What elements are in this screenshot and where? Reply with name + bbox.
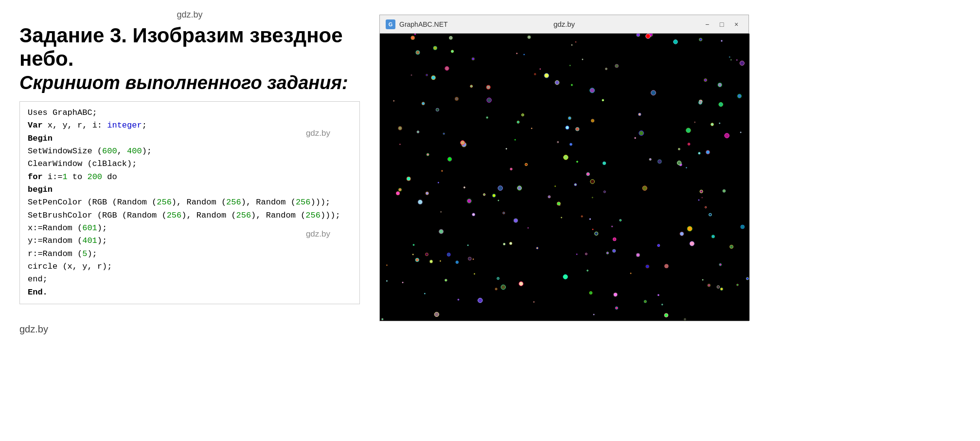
close-button[interactable]: ×	[730, 18, 743, 30]
window-title: gdz.by	[553, 20, 575, 28]
window-controls: − □ ×	[701, 18, 743, 30]
right-panel: GraphABC.NET gdz.by − □ ×	[379, 15, 961, 335]
code-line: for i:=1 to 200 do	[28, 171, 352, 184]
left-panel: gdz.by Задание 3. Изобразим звездное неб…	[19, 10, 360, 335]
starfield-canvas	[380, 34, 749, 321]
window-frame: GraphABC.NET gdz.by − □ ×	[379, 15, 749, 321]
code-line: end;	[28, 273, 352, 286]
code-line: ClearWindow (clBlack);	[28, 158, 352, 170]
app-name: GraphABC.NET	[399, 20, 448, 28]
code-line: Var x, y, r, i: integer;	[28, 119, 352, 132]
code-line: Uses GraphABC;	[28, 107, 352, 119]
app-icon	[386, 19, 395, 29]
window-titlebar: GraphABC.NET gdz.by − □ ×	[380, 15, 748, 34]
code-watermark-2: gdz.by	[306, 228, 330, 240]
code-line: End.	[28, 286, 352, 299]
code-watermark-1: gdz.by	[306, 127, 330, 140]
code-line: x:=Random (601);	[28, 222, 352, 235]
code-line: SetWindowSize (600, 400);	[28, 145, 352, 158]
code-block: Uses GraphABC;Var x, y, r, i: integer;Be…	[19, 101, 360, 304]
minimize-button[interactable]: −	[701, 18, 713, 30]
starfield-canvas-container	[380, 34, 749, 321]
code-line: Begin	[28, 132, 352, 145]
watermark-top: gdz.by	[19, 10, 360, 20]
code-line: SetPenColor (RGB (Random (256), Random (…	[28, 196, 352, 209]
code-line: r:=Random (5);	[28, 248, 352, 260]
code-line: SetBrushColor (RGB (Random (256), Random…	[28, 209, 352, 222]
bottom-watermark: gdz.by	[19, 324, 360, 335]
page-subtitle: Скриншот выполненного задания:	[19, 73, 360, 93]
maximize-button[interactable]: □	[715, 18, 728, 30]
page-title: Задание 3. Изобразим звездное небо.	[19, 24, 360, 71]
code-line: begin	[28, 184, 352, 196]
code-line: y:=Random (401);	[28, 235, 352, 247]
code-line: circle (x, y, r);	[28, 260, 352, 273]
